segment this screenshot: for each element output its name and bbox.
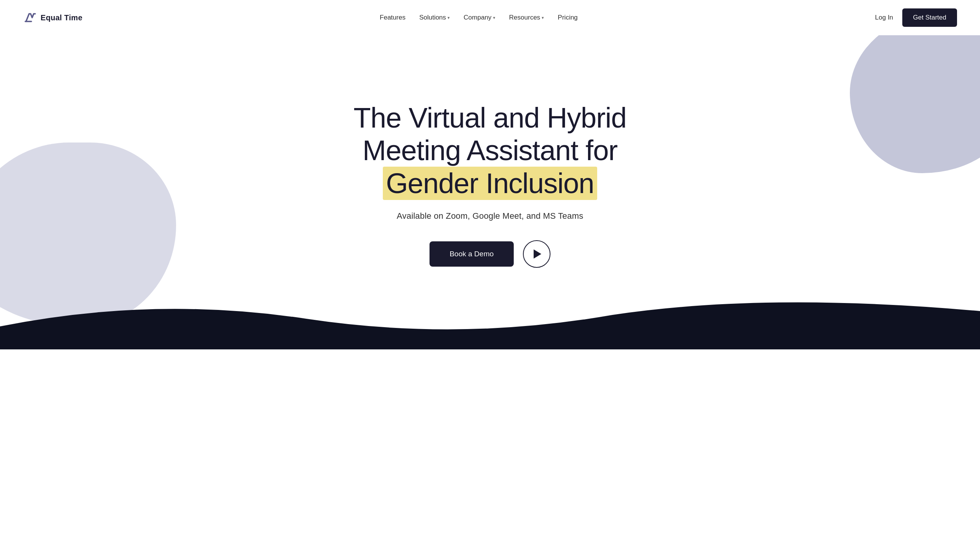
nav-item-features[interactable]: Features [380, 14, 405, 21]
book-demo-button[interactable]: Book a Demo [430, 241, 513, 267]
get-started-button[interactable]: Get Started [902, 8, 957, 27]
play-video-button[interactable] [523, 240, 550, 268]
logo-link[interactable]: Equal Time [23, 11, 82, 25]
nav-item-company[interactable]: Company ▾ [464, 14, 495, 21]
chevron-down-icon: ▾ [448, 15, 450, 20]
logo-icon [23, 11, 37, 25]
play-icon [534, 249, 541, 259]
blob-top-right [850, 35, 980, 173]
bottom-wave [0, 288, 980, 349]
nav-actions: Log In Get Started [875, 8, 957, 27]
hero-section: The Virtual and Hybrid Meeting Assistant… [0, 35, 980, 349]
nav-item-solutions[interactable]: Solutions ▾ [419, 14, 450, 21]
login-link[interactable]: Log In [875, 14, 893, 21]
nav-item-pricing[interactable]: Pricing [558, 14, 578, 21]
navbar: Equal Time Features Solutions ▾ Company … [0, 0, 980, 35]
chevron-down-icon: ▾ [542, 15, 544, 20]
hero-content: The Virtual and Hybrid Meeting Assistant… [354, 102, 627, 267]
hero-title: The Virtual and Hybrid Meeting Assistant… [354, 102, 627, 199]
nav-links: Features Solutions ▾ Company ▾ Resources… [380, 14, 578, 21]
nav-item-resources[interactable]: Resources ▾ [509, 14, 544, 21]
chevron-down-icon: ▾ [493, 15, 495, 20]
hero-buttons: Book a Demo [354, 240, 627, 268]
brand-name: Equal Time [41, 13, 82, 22]
hero-subtitle: Available on Zoom, Google Meet, and MS T… [354, 211, 627, 221]
